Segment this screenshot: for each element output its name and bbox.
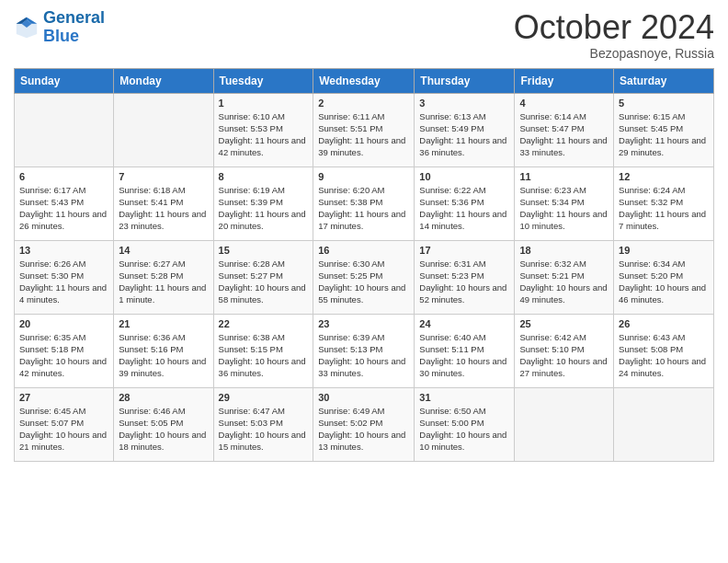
weekday-header-tuesday: Tuesday xyxy=(213,68,313,93)
day-info: Sunrise: 6:42 AMSunset: 5:10 PMDaylight:… xyxy=(519,331,609,380)
day-info: Sunrise: 6:36 AMSunset: 5:16 PMDaylight:… xyxy=(119,331,208,380)
logo-icon xyxy=(14,15,40,40)
calendar-cell: 27Sunrise: 6:45 AMSunset: 5:07 PMDayligh… xyxy=(15,387,114,461)
day-number: 19 xyxy=(619,245,709,256)
day-info: Sunrise: 6:22 AMSunset: 5:36 PMDaylight:… xyxy=(419,184,509,233)
day-number: 16 xyxy=(318,245,409,256)
day-info: Sunrise: 6:32 AMSunset: 5:21 PMDaylight:… xyxy=(519,258,609,306)
calendar: SundayMondayTuesdayWednesdayThursdayFrid… xyxy=(14,68,714,462)
day-number: 8 xyxy=(219,171,309,182)
calendar-cell: 7Sunrise: 6:18 AMSunset: 5:41 PMDaylight… xyxy=(114,167,213,240)
calendar-cell: 11Sunrise: 6:23 AMSunset: 5:34 PMDayligh… xyxy=(515,167,614,240)
calendar-cell: 8Sunrise: 6:19 AMSunset: 5:39 PMDaylight… xyxy=(213,167,313,240)
calendar-cell: 13Sunrise: 6:26 AMSunset: 5:30 PMDayligh… xyxy=(15,240,114,314)
week-row-5: 27Sunrise: 6:45 AMSunset: 5:07 PMDayligh… xyxy=(15,387,714,461)
weekday-header-row: SundayMondayTuesdayWednesdayThursdayFrid… xyxy=(15,68,714,93)
logo: General Blue xyxy=(14,9,105,46)
title-block: October 2024 Bezopasnoye, Russia xyxy=(514,9,714,61)
logo-general: General xyxy=(43,8,105,27)
day-info: Sunrise: 6:34 AMSunset: 5:20 PMDaylight:… xyxy=(619,258,709,306)
weekday-header-wednesday: Wednesday xyxy=(313,68,415,93)
day-info: Sunrise: 6:17 AMSunset: 5:43 PMDaylight:… xyxy=(19,184,108,233)
day-info: Sunrise: 6:10 AMSunset: 5:53 PMDaylight:… xyxy=(219,110,309,159)
calendar-cell: 28Sunrise: 6:46 AMSunset: 5:05 PMDayligh… xyxy=(114,387,213,461)
day-info: Sunrise: 6:31 AMSunset: 5:23 PMDaylight:… xyxy=(419,258,509,306)
day-number: 23 xyxy=(318,318,409,329)
day-info: Sunrise: 6:39 AMSunset: 5:13 PMDaylight:… xyxy=(318,331,409,380)
calendar-cell: 3Sunrise: 6:13 AMSunset: 5:49 PMDaylight… xyxy=(415,93,515,167)
calendar-cell: 5Sunrise: 6:15 AMSunset: 5:45 PMDaylight… xyxy=(614,93,714,167)
day-info: Sunrise: 6:26 AMSunset: 5:30 PMDaylight:… xyxy=(19,258,108,306)
calendar-cell: 23Sunrise: 6:39 AMSunset: 5:13 PMDayligh… xyxy=(313,314,415,387)
calendar-cell: 16Sunrise: 6:30 AMSunset: 5:25 PMDayligh… xyxy=(313,240,415,314)
week-row-2: 6Sunrise: 6:17 AMSunset: 5:43 PMDaylight… xyxy=(15,167,714,240)
day-number: 21 xyxy=(119,318,208,329)
day-number: 17 xyxy=(419,245,509,256)
day-info: Sunrise: 6:49 AMSunset: 5:02 PMDaylight:… xyxy=(318,405,409,454)
weekday-header-monday: Monday xyxy=(114,68,213,93)
day-number: 24 xyxy=(419,318,509,329)
day-number: 31 xyxy=(419,392,509,403)
week-row-1: 1Sunrise: 6:10 AMSunset: 5:53 PMDaylight… xyxy=(15,93,714,167)
day-info: Sunrise: 6:27 AMSunset: 5:28 PMDaylight:… xyxy=(119,258,208,306)
logo-blue: Blue xyxy=(43,27,79,45)
calendar-cell: 9Sunrise: 6:20 AMSunset: 5:38 PMDaylight… xyxy=(313,167,415,240)
calendar-cell xyxy=(614,387,714,461)
day-info: Sunrise: 6:38 AMSunset: 5:15 PMDaylight:… xyxy=(219,331,309,380)
day-info: Sunrise: 6:35 AMSunset: 5:18 PMDaylight:… xyxy=(19,331,108,380)
month-title: October 2024 xyxy=(514,9,714,46)
day-number: 7 xyxy=(119,171,208,182)
weekday-header-thursday: Thursday xyxy=(415,68,515,93)
calendar-cell: 29Sunrise: 6:47 AMSunset: 5:03 PMDayligh… xyxy=(213,387,313,461)
day-info: Sunrise: 6:43 AMSunset: 5:08 PMDaylight:… xyxy=(619,331,709,380)
calendar-cell: 26Sunrise: 6:43 AMSunset: 5:08 PMDayligh… xyxy=(614,314,714,387)
calendar-cell xyxy=(15,93,114,167)
calendar-cell: 10Sunrise: 6:22 AMSunset: 5:36 PMDayligh… xyxy=(415,167,515,240)
calendar-cell: 24Sunrise: 6:40 AMSunset: 5:11 PMDayligh… xyxy=(415,314,515,387)
calendar-cell: 4Sunrise: 6:14 AMSunset: 5:47 PMDaylight… xyxy=(515,93,614,167)
day-number: 5 xyxy=(619,98,709,109)
day-number: 20 xyxy=(19,318,108,329)
day-info: Sunrise: 6:13 AMSunset: 5:49 PMDaylight:… xyxy=(419,110,509,159)
day-number: 26 xyxy=(619,318,709,329)
day-number: 13 xyxy=(19,245,108,256)
calendar-cell: 31Sunrise: 6:50 AMSunset: 5:00 PMDayligh… xyxy=(415,387,515,461)
day-info: Sunrise: 6:50 AMSunset: 5:00 PMDaylight:… xyxy=(419,405,509,454)
calendar-cell: 19Sunrise: 6:34 AMSunset: 5:20 PMDayligh… xyxy=(614,240,714,314)
day-number: 2 xyxy=(318,98,409,109)
calendar-cell: 17Sunrise: 6:31 AMSunset: 5:23 PMDayligh… xyxy=(415,240,515,314)
weekday-header-sunday: Sunday xyxy=(15,68,114,93)
calendar-cell xyxy=(114,93,213,167)
weekday-header-friday: Friday xyxy=(515,68,614,93)
weekday-header-saturday: Saturday xyxy=(614,68,714,93)
day-number: 30 xyxy=(318,392,409,403)
calendar-cell: 20Sunrise: 6:35 AMSunset: 5:18 PMDayligh… xyxy=(15,314,114,387)
calendar-cell: 6Sunrise: 6:17 AMSunset: 5:43 PMDaylight… xyxy=(15,167,114,240)
day-info: Sunrise: 6:19 AMSunset: 5:39 PMDaylight:… xyxy=(219,184,309,233)
day-info: Sunrise: 6:15 AMSunset: 5:45 PMDaylight:… xyxy=(619,110,709,159)
day-number: 15 xyxy=(219,245,309,256)
day-number: 29 xyxy=(219,392,309,403)
location: Bezopasnoye, Russia xyxy=(514,46,714,61)
week-row-3: 13Sunrise: 6:26 AMSunset: 5:30 PMDayligh… xyxy=(15,240,714,314)
day-info: Sunrise: 6:46 AMSunset: 5:05 PMDaylight:… xyxy=(119,405,208,454)
day-number: 27 xyxy=(19,392,108,403)
logo-text: General Blue xyxy=(43,9,105,46)
day-info: Sunrise: 6:23 AMSunset: 5:34 PMDaylight:… xyxy=(519,184,609,233)
day-info: Sunrise: 6:40 AMSunset: 5:11 PMDaylight:… xyxy=(419,331,509,380)
day-info: Sunrise: 6:18 AMSunset: 5:41 PMDaylight:… xyxy=(119,184,208,233)
day-info: Sunrise: 6:20 AMSunset: 5:38 PMDaylight:… xyxy=(318,184,409,233)
calendar-cell: 14Sunrise: 6:27 AMSunset: 5:28 PMDayligh… xyxy=(114,240,213,314)
day-number: 14 xyxy=(119,245,208,256)
calendar-cell: 1Sunrise: 6:10 AMSunset: 5:53 PMDaylight… xyxy=(213,93,313,167)
day-info: Sunrise: 6:45 AMSunset: 5:07 PMDaylight:… xyxy=(19,405,108,454)
calendar-cell: 30Sunrise: 6:49 AMSunset: 5:02 PMDayligh… xyxy=(313,387,415,461)
day-number: 11 xyxy=(519,171,609,182)
calendar-cell: 15Sunrise: 6:28 AMSunset: 5:27 PMDayligh… xyxy=(213,240,313,314)
day-number: 25 xyxy=(519,318,609,329)
day-number: 10 xyxy=(419,171,509,182)
header: General Blue October 2024 Bezopasnoye, R… xyxy=(14,9,714,61)
day-info: Sunrise: 6:30 AMSunset: 5:25 PMDaylight:… xyxy=(318,258,409,306)
day-number: 18 xyxy=(519,245,609,256)
calendar-cell: 18Sunrise: 6:32 AMSunset: 5:21 PMDayligh… xyxy=(515,240,614,314)
